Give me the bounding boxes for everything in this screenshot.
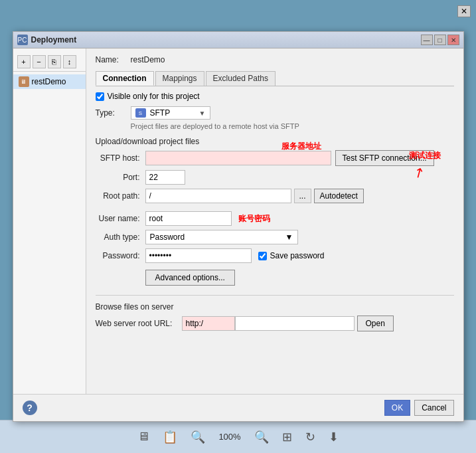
tab-mappings[interactable]: Mappings: [155, 71, 204, 86]
titlebar-left: PC Deployment: [17, 35, 77, 45]
username-row: User name:: [96, 211, 454, 226]
name-value: restDemo: [131, 55, 165, 64]
username-input[interactable]: [145, 211, 232, 226]
taskbar: 🖥 📋 🔍 100% 🔍 ⊞ ↻ ⬇: [0, 420, 476, 453]
type-hint: Project files are deployed to a remote h…: [131, 122, 454, 130]
deployment-dialog: PC Deployment — □ ✕ + − ⎘ ↕ 🖥: [13, 31, 464, 422]
minimize-button[interactable]: —: [421, 35, 433, 45]
advanced-options-button[interactable]: Advanced options...: [145, 270, 235, 286]
sidebar: + − ⎘ ↕ 🖥 restDemo: [13, 48, 86, 394]
main-content: Name: restDemo Connection Mappings Exclu…: [86, 48, 463, 394]
save-password-checkbox[interactable]: [258, 252, 267, 260]
close-button[interactable]: ✕: [447, 35, 459, 45]
taskbar-grid-icon[interactable]: ⊞: [282, 430, 292, 444]
cn-server-label: 服务器地址: [281, 141, 321, 152]
auth-value: Password: [150, 232, 185, 242]
browse-section: Browse files on server Web server root U…: [96, 295, 454, 331]
rootpath-input[interactable]: [145, 189, 291, 203]
auth-type-select[interactable]: Password ▼: [145, 230, 298, 244]
sftp-host-input[interactable]: [145, 151, 331, 165]
upload-section-title: Upload/download project files: [96, 137, 454, 146]
visible-checkbox-row: Visible only for this project: [96, 92, 454, 101]
auth-type-row: Auth type: Password ▼: [96, 230, 454, 244]
username-label: User name:: [96, 214, 145, 223]
sidebar-toolbar: + − ⎘ ↕: [13, 52, 86, 72]
autodetect-button[interactable]: Autodetect: [314, 189, 364, 203]
cn-test-label: 测试连接: [409, 150, 441, 161]
sftp-host-row: SFTP host: Test SFTP connection...: [96, 150, 454, 166]
taskbar-zoom-out-icon[interactable]: 🔍: [191, 430, 205, 444]
tabs: Connection Mappings Excluded Paths: [96, 71, 454, 86]
select-arrow-icon: ▼: [199, 110, 206, 117]
taskbar-zoom-in-icon[interactable]: 🔍: [254, 430, 269, 444]
tab-excluded-paths[interactable]: Excluded Paths: [206, 71, 276, 86]
remove-server-button[interactable]: −: [33, 55, 46, 68]
sftp-host-wrapper: SFTP host: Test SFTP connection... 服务器地址…: [96, 150, 454, 166]
name-label: Name:: [96, 55, 125, 64]
auth-arrow-icon: ▼: [285, 232, 293, 242]
browse-button[interactable]: ...: [294, 189, 311, 203]
name-row: Name: restDemo: [96, 55, 454, 64]
username-wrapper: User name: 账号密码: [96, 211, 454, 226]
titlebar: PC Deployment — □ ✕: [13, 32, 463, 48]
web-url-input-1[interactable]: [182, 316, 235, 331]
password-input[interactable]: [145, 248, 252, 263]
copy-server-button[interactable]: ⎘: [48, 55, 61, 68]
move-server-button[interactable]: ↕: [63, 55, 76, 68]
sidebar-item-restdemo[interactable]: 🖥 restDemo: [13, 74, 86, 89]
password-label: Password:: [96, 251, 145, 260]
type-row: Type: S SFTP ▼: [96, 106, 454, 120]
web-url-label: Web server root URL:: [96, 319, 182, 328]
taskbar-download-icon[interactable]: ⬇: [329, 430, 339, 444]
visible-checkbox-label: Visible only for this project: [108, 92, 200, 101]
app-icon: PC: [17, 35, 28, 45]
open-button[interactable]: Open: [357, 316, 394, 331]
dialog-title: Deployment: [31, 35, 77, 45]
tab-connection[interactable]: Connection: [96, 71, 154, 86]
maximize-button[interactable]: □: [434, 35, 446, 45]
cn-account-label: 账号密码: [238, 213, 270, 225]
footer-left: ?: [23, 401, 380, 415]
taskbar-monitor-icon[interactable]: 🖥: [137, 430, 149, 444]
web-url-input-2[interactable]: [235, 316, 355, 331]
type-value: SFTP: [150, 108, 171, 118]
dialog-body: + − ⎘ ↕ 🖥 restDemo Name: restDemo: [13, 48, 463, 394]
port-row: Port: 22: [96, 170, 454, 185]
sftp-icon: S: [135, 108, 146, 118]
browse-section-title: Browse files on server: [96, 302, 454, 312]
sidebar-item-label: restDemo: [32, 77, 66, 86]
visible-checkbox[interactable]: [96, 92, 104, 101]
auth-label: Auth type:: [96, 232, 145, 242]
type-select[interactable]: S SFTP ▼: [131, 106, 210, 120]
save-password-label: Save password: [270, 251, 325, 260]
cancel-button[interactable]: Cancel: [414, 400, 453, 416]
web-url-row: Web server root URL: Open: [96, 316, 454, 331]
password-row: Password: Save password: [96, 248, 454, 263]
dialog-footer: ? OK Cancel: [13, 394, 463, 421]
rootpath-label: Root path:: [96, 191, 145, 201]
sftp-host-label: SFTP host:: [96, 153, 145, 163]
taskbar-folder-icon[interactable]: 📋: [163, 430, 177, 444]
port-label: Port:: [96, 173, 145, 182]
window-controls: — □ ✕: [421, 35, 459, 45]
rootpath-row: Root path: ... Autodetect: [96, 189, 454, 203]
server-icon: 🖥: [19, 76, 29, 87]
type-label: Type:: [96, 108, 125, 118]
taskbar-zoom-level: 100%: [218, 432, 240, 442]
help-button[interactable]: ?: [23, 401, 37, 415]
outer-close-button[interactable]: ✕: [457, 5, 471, 17]
save-password-row: Save password: [258, 251, 325, 260]
add-server-button[interactable]: +: [17, 55, 31, 68]
ok-button[interactable]: OK: [384, 400, 410, 416]
taskbar-refresh-icon[interactable]: ↻: [305, 430, 315, 444]
port-input[interactable]: 22: [145, 170, 185, 185]
